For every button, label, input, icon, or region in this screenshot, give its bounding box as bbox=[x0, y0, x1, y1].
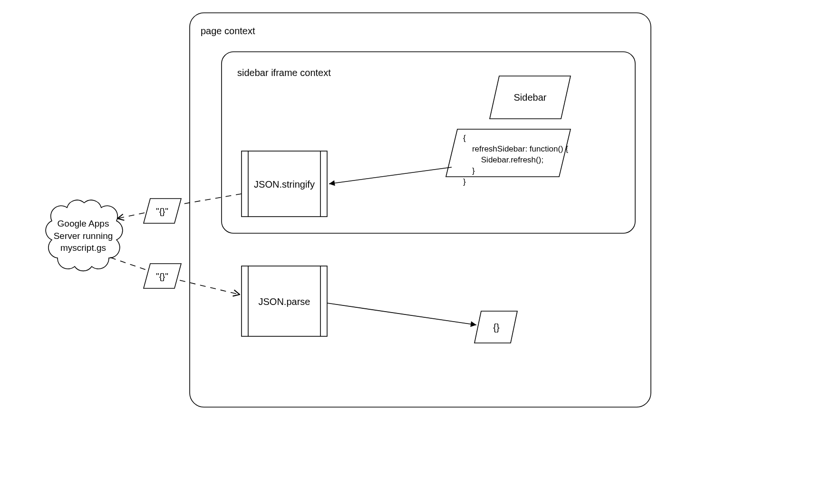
result-object-label: {} bbox=[485, 321, 508, 334]
json-stringify-label: JSON.stringify bbox=[248, 178, 320, 191]
dash-cloud-to-payload2 bbox=[110, 257, 146, 270]
payload-bottom-label: "{}" bbox=[148, 270, 176, 283]
payload-top-label: "{}" bbox=[148, 205, 176, 218]
arrow-parse-to-result bbox=[327, 303, 476, 325]
iframe-context-label: sidebar iframe context bbox=[237, 67, 331, 79]
cloud-text: Google Apps Server running myscript.gs bbox=[48, 218, 119, 254]
diagram-canvas: page context sidebar iframe context Side… bbox=[0, 0, 813, 504]
page-context-label: page context bbox=[201, 25, 255, 38]
dash-payload-to-cloud bbox=[117, 213, 145, 219]
dash-payload2-to-parse bbox=[180, 280, 240, 295]
json-parse-label: JSON.parse bbox=[248, 295, 320, 308]
arrow-code-to-stringify bbox=[329, 167, 452, 184]
code-block-text: { refreshSidebar: function() { Sidebar.r… bbox=[463, 133, 568, 188]
diagram-svg bbox=[0, 0, 813, 504]
sidebar-label: Sidebar bbox=[504, 91, 556, 104]
